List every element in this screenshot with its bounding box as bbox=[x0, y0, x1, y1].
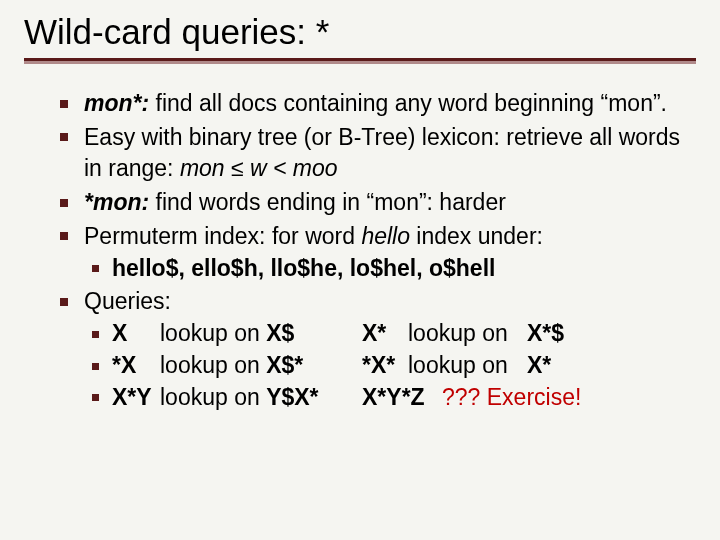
bullet-4: Permuterm index: for word hello index un… bbox=[54, 221, 688, 284]
q2b-label: lookup on bbox=[408, 352, 508, 378]
q1b-label: lookup on bbox=[408, 320, 508, 346]
bullet-3: *mon: find words ending in “mon”: harder bbox=[54, 187, 688, 219]
q1a-label: lookup on bbox=[160, 320, 266, 346]
q3a-target: Y$X* bbox=[266, 384, 318, 410]
slide: Wild-card queries: * mon*: find all docs… bbox=[0, 0, 720, 439]
q1b-target: X*$ bbox=[527, 320, 564, 346]
q3a-label: lookup on bbox=[160, 384, 266, 410]
q2a-label: lookup on bbox=[160, 352, 266, 378]
bullet-4-sub: hello$, ello$h, llo$he, lo$hel, o$hell bbox=[84, 253, 688, 285]
q1b: X* bbox=[362, 318, 408, 350]
q1a-target: X$ bbox=[266, 320, 294, 346]
title-underline bbox=[24, 58, 696, 64]
bullet-4-pre: Permuterm index: for word bbox=[84, 223, 361, 249]
title-block: Wild-card queries: * bbox=[24, 12, 696, 64]
bullet-list: mon*: find all docs containing any word … bbox=[54, 88, 688, 413]
q2a-target: X$* bbox=[266, 352, 303, 378]
q3b-exercise: ??? Exercise! bbox=[442, 384, 581, 410]
bullet-5-sublist: Xlookup on X$ X*lookup on X*$ *Xlookup o… bbox=[84, 318, 688, 413]
slide-title: Wild-card queries: * bbox=[24, 12, 696, 58]
bullet-1-lead: mon*: bbox=[84, 90, 149, 116]
bullet-3-rest: find words ending in “mon”: harder bbox=[149, 189, 506, 215]
q2b: *X* bbox=[362, 350, 408, 382]
bullet-4-sublist: hello$, ello$h, llo$he, lo$hel, o$hell bbox=[84, 253, 688, 285]
bullet-4-word: hello bbox=[361, 223, 410, 249]
q3b: X*Y*Z bbox=[362, 382, 442, 414]
bullet-2: Easy with binary tree (or B-Tree) lexico… bbox=[54, 122, 688, 185]
bullet-1-rest: find all docs containing any word beginn… bbox=[149, 90, 667, 116]
bullet-1: mon*: find all docs containing any word … bbox=[54, 88, 688, 120]
bullet-4-post: index under: bbox=[410, 223, 543, 249]
bullet-2-range: mon ≤ w < moo bbox=[180, 155, 338, 181]
bullet-3-lead: *mon: bbox=[84, 189, 149, 215]
bullet-5: Queries: Xlookup on X$ X*lookup on X*$ bbox=[54, 286, 688, 413]
q2b-target: X* bbox=[527, 352, 551, 378]
bullet-4-sub-text: hello$, ello$h, llo$he, lo$hel, o$hell bbox=[112, 255, 495, 281]
query-row-3: X*Ylookup on Y$X* X*Y*Z??? Exercise! bbox=[84, 382, 688, 414]
query-row-1: Xlookup on X$ X*lookup on X*$ bbox=[84, 318, 688, 350]
q1a: X bbox=[112, 318, 160, 350]
bullet-2-pre: Easy with binary tree (or B-Tree) lexico… bbox=[84, 124, 680, 182]
query-row-2: *Xlookup on X$* *X*lookup on X* bbox=[84, 350, 688, 382]
q2a: *X bbox=[112, 350, 160, 382]
slide-content: mon*: find all docs containing any word … bbox=[24, 88, 696, 413]
q3a: X*Y bbox=[112, 382, 160, 414]
bullet-5-label: Queries: bbox=[84, 288, 171, 314]
